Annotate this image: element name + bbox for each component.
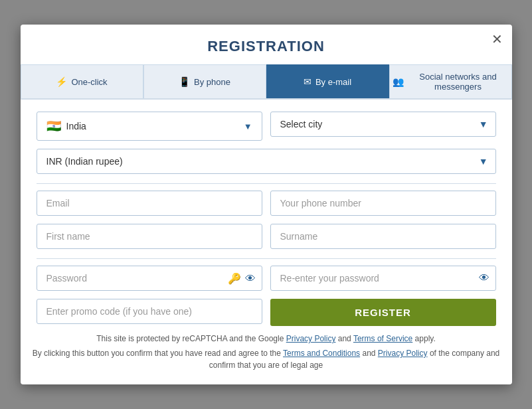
country-selector[interactable]: 🇮🇳 India ▼: [37, 112, 262, 141]
tab-by-email-label: By e-mail: [315, 77, 351, 87]
divider-2: [37, 258, 496, 259]
email-group: [37, 191, 262, 216]
email-phone-row: [37, 191, 496, 216]
privacy-policy2-link[interactable]: Privacy Policy: [378, 349, 428, 358]
terms-conditions-link[interactable]: Terms and Conditions: [283, 349, 360, 358]
terms-text: By clicking this button you confirm that…: [21, 347, 512, 371]
promo-group: [37, 299, 262, 326]
city-group: Select city ▼: [270, 112, 496, 141]
recaptcha-text: This site is protected by reCAPTCHA and …: [21, 334, 512, 343]
divider-1: [37, 183, 496, 184]
phone-icon: 📱: [179, 76, 190, 87]
tab-one-click-label: One-click: [71, 77, 107, 87]
tab-by-phone-label: By phone: [194, 77, 230, 87]
tab-by-phone[interactable]: 📱 By phone: [143, 64, 266, 98]
password-row: 🔑 👁 👁: [37, 266, 496, 291]
phone-input[interactable]: [270, 191, 496, 216]
email-input[interactable]: [37, 191, 262, 216]
tab-by-email[interactable]: ✉ By e-mail: [266, 64, 389, 98]
email-icon: ✉: [304, 76, 311, 87]
key-icon: 🔑: [228, 272, 241, 285]
currency-group: INR (Indian rupee) ▼: [37, 149, 496, 174]
country-dropdown-arrow: ▼: [244, 122, 252, 131]
register-group: REGISTER: [270, 299, 496, 326]
password-icons: 🔑 👁: [228, 272, 256, 285]
reenter-password-input[interactable]: [270, 266, 496, 291]
promo-input[interactable]: [37, 299, 262, 324]
show-password-icon[interactable]: 👁: [245, 272, 256, 284]
tabs-container: ⚡ One-click 📱 By phone ✉ By e-mail 👥 Soc…: [21, 64, 512, 100]
close-button[interactable]: ✕: [491, 33, 503, 46]
terms-service-link[interactable]: Terms of Service: [353, 334, 412, 343]
registration-modal: ✕ REGISTRATION ⚡ One-click 📱 By phone ✉ …: [21, 25, 512, 384]
phone-group: [270, 191, 496, 216]
tab-social-label: Social networks and messengers: [408, 72, 509, 92]
firstname-group: [37, 224, 262, 249]
name-row: [37, 224, 496, 249]
country-label: India: [66, 121, 238, 131]
social-icon: 👥: [393, 76, 404, 87]
country-group: 🇮🇳 India ▼: [37, 112, 262, 141]
register-button[interactable]: REGISTER: [270, 299, 496, 326]
reenter-password-icons: 👁: [479, 272, 489, 284]
city-select[interactable]: Select city: [270, 112, 496, 137]
form-area: 🇮🇳 India ▼ Select city ▼ INR (I: [21, 112, 512, 326]
city-select-wrapper: Select city ▼: [270, 112, 496, 137]
surname-input[interactable]: [270, 224, 496, 249]
currency-select[interactable]: INR (Indian rupee): [37, 149, 496, 174]
firstname-input[interactable]: [37, 224, 262, 249]
lightning-icon: ⚡: [56, 76, 67, 87]
currency-row: INR (Indian rupee) ▼: [37, 149, 496, 174]
password-group: 🔑 👁: [37, 266, 262, 291]
country-city-row: 🇮🇳 India ▼ Select city ▼: [37, 112, 496, 141]
surname-group: [270, 224, 496, 249]
modal-title: REGISTRATION: [21, 25, 512, 64]
currency-select-wrapper: INR (Indian rupee) ▼: [37, 149, 496, 174]
privacy-policy-link[interactable]: Privacy Policy: [286, 334, 336, 343]
promo-register-row: REGISTER: [37, 299, 496, 326]
tab-social[interactable]: 👥 Social networks and messengers: [389, 64, 512, 98]
country-flag: 🇮🇳: [46, 119, 61, 133]
show-reenter-password-icon[interactable]: 👁: [479, 272, 489, 284]
reenter-password-group: 👁: [270, 266, 496, 291]
tab-one-click[interactable]: ⚡ One-click: [21, 64, 143, 98]
